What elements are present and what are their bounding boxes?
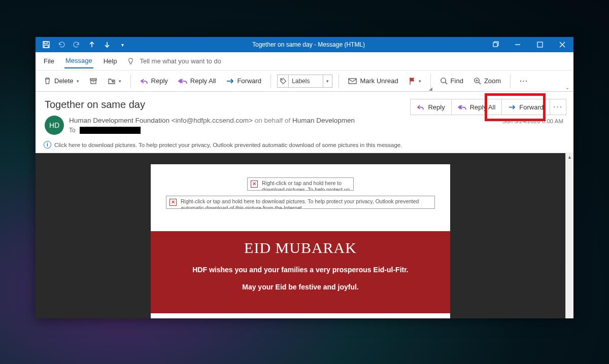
scroll-up-icon[interactable]: ▲ xyxy=(566,153,573,161)
find-label: Find xyxy=(451,77,463,85)
vertical-scrollbar[interactable]: ▲ xyxy=(565,153,573,318)
header-forward-label: Forward xyxy=(519,103,544,111)
to-label: To xyxy=(69,127,76,134)
header-more-button[interactable]: ··· xyxy=(550,99,566,115)
reply-button[interactable]: Reply xyxy=(137,75,171,87)
reply-label: Reply xyxy=(151,77,168,85)
find-button[interactable]: Find xyxy=(437,75,466,87)
to-recipient-redacted xyxy=(80,127,141,134)
svg-rect-4 xyxy=(537,42,543,47)
outlook-message-window: ▾ Together on same day - Message (HTML) … xyxy=(36,37,573,318)
folder-move-icon xyxy=(108,77,116,85)
tell-me-search[interactable]: Tell me what you want to do xyxy=(127,57,221,65)
forward-button[interactable]: Forward xyxy=(223,75,264,87)
on-behalf-label: on behalf of xyxy=(255,117,291,124)
blocked-image-icon: ✕ xyxy=(251,180,258,188)
zoom-button[interactable]: Zoom xyxy=(470,75,504,87)
download-pictures-infobar[interactable]: i Click here to download pictures. To he… xyxy=(36,138,573,153)
tab-help[interactable]: Help xyxy=(103,54,118,68)
tab-message[interactable]: Message xyxy=(64,54,93,68)
blocked-image-placeholder[interactable]: ✕ Right-click or tap and hold here to do… xyxy=(166,196,435,209)
trash-icon xyxy=(44,77,51,85)
mark-unread-label: Mark Unread xyxy=(360,77,398,85)
header-forward-button[interactable]: Forward xyxy=(502,99,550,115)
reply-all-icon xyxy=(178,78,187,85)
info-icon: i xyxy=(44,141,51,149)
redo-icon[interactable] xyxy=(70,38,83,52)
reply-icon xyxy=(417,104,424,111)
zoom-icon xyxy=(473,77,481,85)
save-icon[interactable] xyxy=(40,38,53,52)
placeholder-text: Right-click or tap and hold here to down… xyxy=(262,180,350,191)
behalf-name: Human Developmen xyxy=(292,117,355,124)
svg-point-7 xyxy=(281,79,282,80)
blocked-image-icon: ✕ xyxy=(170,199,177,206)
window-controls xyxy=(484,37,573,52)
move-button[interactable]: ▾ xyxy=(105,75,124,87)
from-address: <info@hdfpk.ccsend.com> xyxy=(172,117,253,124)
tag-icon xyxy=(278,75,289,87)
message-body[interactable]: ✕ Right-click or tap and hold here to do… xyxy=(36,153,565,318)
delete-button[interactable]: Delete ▾ xyxy=(41,75,82,87)
eid-wish-line-1: HDF wishes you and your families a very … xyxy=(161,266,440,274)
tell-me-placeholder: Tell me what you want to do xyxy=(140,57,221,65)
sender-avatar[interactable]: HD xyxy=(45,116,64,135)
customize-qat-icon[interactable]: ▾ xyxy=(116,38,129,52)
reply-all-button[interactable]: Reply All xyxy=(175,75,219,87)
from-line: Human Development Foundation <info@hdfpk… xyxy=(69,116,564,126)
svg-rect-8 xyxy=(349,79,356,84)
zoom-label: Zoom xyxy=(484,77,501,85)
restore-down-icon[interactable] xyxy=(484,37,506,52)
email-content: ✕ Right-click or tap and hold here to do… xyxy=(151,164,450,318)
header-reply-label: Reply xyxy=(428,103,445,111)
labels-dropdown[interactable]: Labels ▾ xyxy=(277,75,332,88)
svg-rect-1 xyxy=(44,42,47,44)
search-icon xyxy=(440,77,448,85)
window-title: Together on same day - Message (HTML) xyxy=(133,41,484,48)
arrow-down-icon[interactable] xyxy=(100,38,114,52)
quick-access-toolbar: ▾ xyxy=(36,38,133,52)
placeholder-text: Right-click or tap and hold here to down… xyxy=(181,198,431,209)
eid-banner: EID MUBARAK HDF wishes you and your fami… xyxy=(151,231,450,313)
received-date: Sun 5/24/2020 8:00 AM xyxy=(502,118,563,124)
flag-icon xyxy=(409,77,416,85)
reply-icon xyxy=(140,78,148,85)
lightbulb-icon xyxy=(127,57,134,65)
undo-icon[interactable] xyxy=(55,38,68,52)
svg-rect-2 xyxy=(44,45,48,48)
ribbon-tabs: File Message Help Tell me what you want … xyxy=(36,52,573,70)
eid-wish-line-2: May your Eid be festive and joyful. xyxy=(161,283,440,291)
infobar-text: Click here to download pictures. To help… xyxy=(54,142,402,148)
flag-button[interactable]: ▾ xyxy=(405,75,424,87)
envelope-icon xyxy=(348,78,357,85)
archive-button[interactable] xyxy=(86,75,100,87)
header-reply-all-button[interactable]: Reply All xyxy=(452,99,502,115)
archive-icon xyxy=(89,77,97,85)
labels-label: Labels xyxy=(289,78,323,85)
forward-icon xyxy=(508,104,516,111)
forward-label: Forward xyxy=(237,77,261,85)
close-icon[interactable] xyxy=(551,37,573,52)
mark-unread-button[interactable]: Mark Unread xyxy=(345,75,401,87)
to-line: To xyxy=(69,127,564,134)
reply-all-icon xyxy=(458,104,466,111)
header-action-buttons: Reply Reply All Forward ··· xyxy=(410,99,566,115)
title-bar: ▾ Together on same day - Message (HTML) xyxy=(36,37,573,52)
svg-point-9 xyxy=(441,78,445,83)
maximize-icon[interactable] xyxy=(529,37,551,52)
dialog-launcher-icon[interactable]: ◢ xyxy=(429,86,432,91)
minimize-icon[interactable] xyxy=(506,37,529,52)
delete-label: Delete xyxy=(54,77,74,85)
arrow-up-icon[interactable] xyxy=(85,38,98,52)
forward-icon xyxy=(226,78,234,85)
eid-title: EID MUBARAK xyxy=(161,239,440,257)
tab-file[interactable]: File xyxy=(43,54,55,68)
collapse-ribbon-icon[interactable]: ⌄ xyxy=(565,85,569,90)
header-reply-button[interactable]: Reply xyxy=(410,99,451,115)
ribbon-more-button[interactable]: ··· xyxy=(517,75,531,87)
svg-rect-3 xyxy=(493,43,497,47)
header-reply-all-label: Reply All xyxy=(470,103,496,111)
message-body-viewport: ✕ Right-click or tap and hold here to do… xyxy=(36,153,573,318)
blocked-image-placeholder[interactable]: ✕ Right-click or tap and hold here to do… xyxy=(247,177,354,191)
from-name: Human Development Foundation xyxy=(69,117,170,124)
